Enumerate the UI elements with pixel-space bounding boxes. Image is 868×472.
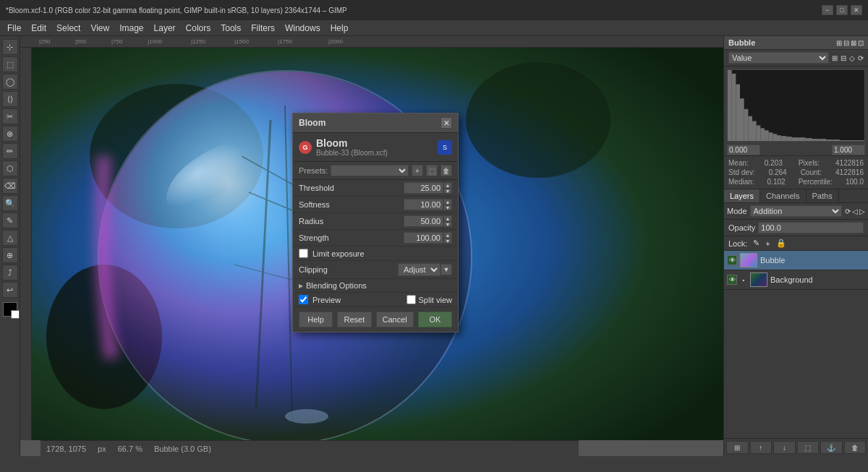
lower-layer-button[interactable]: ↓ [773, 441, 796, 454]
h-icon3[interactable]: ⊠ [851, 39, 856, 47]
preview-checkbox[interactable] [299, 295, 308, 304]
layer-icon2[interactable]: ◁ [852, 207, 858, 215]
background-color[interactable] [11, 310, 20, 319]
tool-fuzzy-select[interactable]: ✂ [2, 108, 18, 124]
preset-add-button[interactable]: + [412, 165, 423, 176]
anchor-layer-button[interactable]: ⚓ [820, 441, 843, 454]
tool-pencil[interactable]: △ [2, 230, 18, 246]
presets-select[interactable] [331, 165, 409, 176]
menu-layer[interactable]: Layer [150, 22, 180, 35]
raise-layer-button[interactable]: ↑ [750, 441, 773, 454]
hist-icon4[interactable]: ⟳ [858, 54, 864, 62]
threshold-label: Threshold [299, 184, 404, 192]
mode-select[interactable]: Addition [750, 205, 842, 217]
clipping-expand-button[interactable]: ▼ [441, 264, 452, 275]
threshold-down[interactable]: ▼ [443, 188, 452, 194]
tool-bucket[interactable]: 🔍 [2, 195, 18, 211]
tab-paths[interactable]: Paths [807, 189, 839, 202]
svg-rect-20 [748, 116, 752, 141]
close-button[interactable]: ✕ [851, 5, 862, 15]
tool-free-select[interactable]: ⟨⟩ [2, 91, 18, 107]
range-min-input[interactable] [727, 145, 760, 155]
threshold-input[interactable] [404, 182, 443, 194]
strength-down[interactable]: ▼ [443, 238, 452, 244]
tool-color-select[interactable]: ⊗ [2, 126, 18, 142]
tab-channels[interactable]: Channels [760, 189, 806, 202]
menu-help[interactable]: Help [326, 22, 353, 35]
softness-up[interactable]: ▲ [443, 199, 452, 205]
reset-button[interactable]: Reset [337, 312, 371, 327]
lock-pixels-icon[interactable]: ✎ [753, 239, 760, 248]
median-row: Median: 0.102 Percentile: 100.0 [728, 177, 864, 186]
h-icon2[interactable]: ⊟ [843, 39, 849, 47]
svg-rect-37 [840, 140, 846, 141]
canvas-content[interactable]: Bloom ✕ G Bloom Bubble-33 (Bloom.xcf) S … [32, 48, 723, 440]
hist-icon1[interactable]: ⊞ [832, 54, 838, 62]
tool-eraser[interactable]: ⊕ [2, 247, 18, 263]
blending-options-row[interactable]: ▶ Blending Options [293, 279, 458, 293]
ok-button[interactable]: OK [418, 312, 452, 327]
preset-delete-button[interactable]: 🗑 [441, 165, 452, 176]
lock-pos-icon[interactable]: + [765, 239, 770, 248]
strength-up[interactable]: ▲ [443, 232, 452, 238]
opacity-input[interactable] [758, 222, 864, 233]
canvas-area[interactable]: |250 |500 |750 |1000 |1250 |1500 |1750 |… [20, 36, 723, 456]
new-layer-button[interactable]: ⊞ [726, 441, 749, 454]
bloom-presets-row: Presets: + ⬚ 🗑 [293, 162, 458, 180]
menu-colors[interactable]: Colors [182, 22, 216, 35]
layer-eye-background[interactable]: 👁 [727, 275, 737, 285]
tool-pointer[interactable]: ⊹ [2, 39, 18, 55]
layer-item-bubble[interactable]: 👁 Bubble [724, 251, 868, 270]
h-icon4[interactable]: ⊡ [858, 39, 864, 47]
menu-file[interactable]: File [3, 22, 25, 35]
delete-layer-button[interactable]: 🗑 [844, 441, 867, 454]
lock-all-icon[interactable]: 🔒 [776, 239, 786, 248]
bloom-close-button[interactable]: ✕ [441, 117, 452, 129]
mean-value: 0.203 [765, 159, 783, 167]
duplicate-layer-button[interactable]: ⬚ [797, 441, 820, 454]
strength-input[interactable] [404, 232, 443, 244]
menu-filters[interactable]: Filters [247, 22, 279, 35]
clipping-select[interactable]: Adjust Clip [398, 263, 441, 276]
menu-windows[interactable]: Windows [281, 22, 325, 35]
maximize-button[interactable]: □ [836, 5, 848, 15]
softness-down[interactable]: ▼ [443, 205, 452, 210]
softness-input[interactable] [404, 199, 443, 210]
menu-edit[interactable]: Edit [27, 22, 51, 35]
layer-eye-bubble[interactable]: 👁 [727, 255, 737, 265]
minimize-button[interactable]: − [822, 5, 833, 15]
help-button[interactable]: Help [299, 312, 333, 327]
hist-icon3[interactable]: ◇ [849, 54, 855, 62]
foreground-color[interactable] [3, 302, 17, 317]
range-max-input[interactable] [832, 145, 865, 155]
std-label: Std dev: [728, 168, 755, 176]
h-icon1[interactable]: ⊞ [836, 39, 842, 47]
radius-up[interactable]: ▲ [443, 215, 452, 221]
tool-select-ellipse[interactable]: ◯ [2, 74, 18, 90]
tool-blend[interactable]: ✎ [2, 213, 18, 228]
channel-select[interactable]: Value [728, 52, 829, 64]
tool-heal[interactable]: ⤴ [2, 265, 18, 280]
limit-exposure-checkbox[interactable] [299, 249, 308, 258]
menu-tools[interactable]: Tools [216, 22, 245, 35]
layer-icon1[interactable]: ⟳ [845, 207, 851, 215]
menu-image[interactable]: Image [115, 22, 148, 35]
menu-view[interactable]: View [86, 22, 114, 35]
split-view-checkbox[interactable] [407, 295, 416, 304]
tool-scissors[interactable]: ✏ [2, 143, 18, 159]
tool-select-rect[interactable]: ⬚ [2, 56, 18, 72]
cancel-button[interactable]: Cancel [376, 312, 414, 327]
tool-paths[interactable]: ⬡ [2, 160, 18, 176]
threshold-up[interactable]: ▲ [443, 182, 452, 188]
tool-clone[interactable]: ↩ [2, 282, 18, 298]
preset-copy-button[interactable]: ⬚ [426, 165, 438, 176]
svg-rect-26 [773, 134, 777, 141]
tool-paint[interactable]: ⌫ [2, 178, 18, 194]
radius-down[interactable]: ▼ [443, 221, 452, 227]
radius-input[interactable] [404, 215, 443, 227]
layer-item-background[interactable]: 👁 • Background [724, 270, 868, 290]
hist-icon2[interactable]: ⊟ [841, 54, 846, 62]
layer-icon3[interactable]: ▷ [859, 207, 865, 215]
tab-layers[interactable]: Layers [724, 189, 760, 202]
menu-select[interactable]: Select [52, 22, 85, 35]
